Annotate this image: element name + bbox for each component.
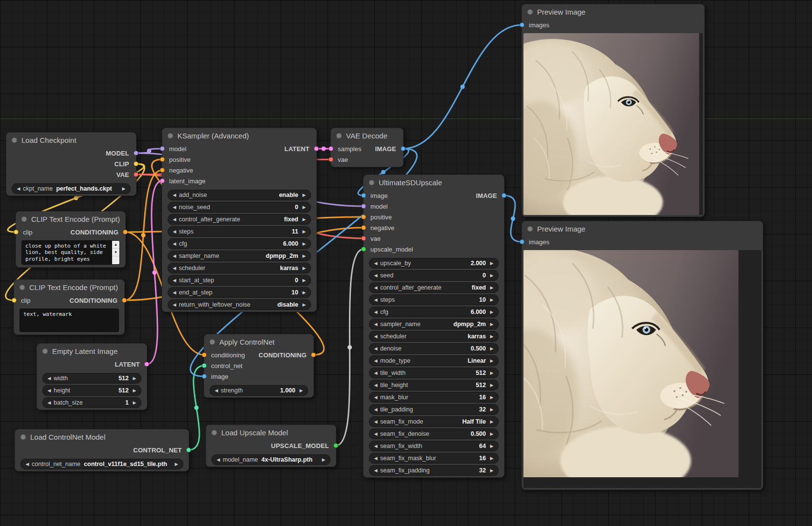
widget-end_at_step[interactable]: ◀end_at_step10▶ (168, 287, 311, 298)
input-port-negative-dot[interactable] (160, 168, 165, 173)
widget-noise_seed[interactable]: ◀noise_seed0▶ (168, 202, 311, 213)
increment-arrow-icon[interactable]: ▶ (120, 187, 127, 191)
widget-control_after_generate[interactable]: ◀control_after_generatefixed▶ (168, 214, 311, 225)
input-port-upscale_model-dot[interactable] (361, 247, 366, 252)
output-port-LATENT-dot[interactable] (144, 362, 149, 367)
decrement-arrow-icon[interactable]: ◀ (213, 389, 220, 393)
input-port-model-dot[interactable] (361, 204, 366, 209)
decrement-arrow-icon[interactable]: ◀ (15, 187, 22, 191)
increment-arrow-icon[interactable]: ▶ (298, 389, 305, 393)
increment-arrow-icon[interactable]: ▶ (301, 217, 308, 222)
widget-seam_fix_denoise[interactable]: ◀seam_fix_denoise0.500▶ (369, 429, 499, 439)
decrement-arrow-icon[interactable]: ◀ (372, 420, 379, 424)
collapse-dot-icon[interactable] (527, 226, 533, 232)
node-empty_latent[interactable]: Empty Latent ImageLATENT◀width512▶◀heigh… (37, 343, 147, 410)
decrement-arrow-icon[interactable]: ◀ (372, 432, 379, 436)
prompt-text-widget[interactable]: close up photo of a white lion, best qua… (21, 240, 120, 265)
decrement-arrow-icon[interactable]: ◀ (372, 298, 379, 302)
increment-arrow-icon[interactable]: ▶ (488, 408, 495, 412)
increment-arrow-icon[interactable]: ▶ (488, 273, 495, 278)
decrement-arrow-icon[interactable]: ◀ (171, 266, 178, 271)
input-port-vae-dot[interactable] (329, 157, 333, 162)
widget-tile_width[interactable]: ◀tile_width512▶ (369, 368, 499, 378)
decrement-arrow-icon[interactable]: ◀ (171, 217, 178, 222)
decrement-arrow-icon[interactable]: ◀ (372, 310, 379, 314)
widget-seam_fix_width[interactable]: ◀seam_fix_width64▶ (369, 441, 499, 451)
increment-arrow-icon[interactable]: ▶ (131, 376, 138, 381)
widget-scheduler[interactable]: ◀schedulerkarras▶ (369, 331, 499, 342)
widget-sampler_name[interactable]: ◀sampler_namedpmpp_2m▶ (168, 251, 311, 261)
input-port-model-dot[interactable] (160, 146, 165, 151)
widget-strength[interactable]: ◀strength1.000▶ (210, 385, 308, 396)
collapse-dot-icon[interactable] (336, 133, 342, 138)
increment-arrow-icon[interactable]: ▶ (488, 322, 495, 327)
decrement-arrow-icon[interactable]: ◀ (24, 462, 31, 467)
increment-arrow-icon[interactable]: ▶ (301, 291, 308, 295)
widget-tile_padding[interactable]: ◀tile_padding32▶ (369, 404, 499, 415)
widget-start_at_step[interactable]: ◀start_at_step0▶ (168, 275, 311, 286)
output-port-CONTROL_NET-dot[interactable] (186, 448, 191, 452)
widget-ckpt_name[interactable]: ◀ckpt_nameperfect_hands.ckpt▶ (12, 183, 131, 194)
decrement-arrow-icon[interactable]: ◀ (46, 389, 53, 393)
input-port-positive-dot[interactable] (361, 214, 366, 219)
decrement-arrow-icon[interactable]: ◀ (372, 273, 379, 278)
increment-arrow-icon[interactable]: ▶ (173, 462, 180, 467)
widget-steps[interactable]: ◀steps11▶ (168, 226, 311, 237)
decrement-arrow-icon[interactable]: ◀ (46, 401, 53, 405)
increment-arrow-icon[interactable]: ▶ (488, 261, 495, 266)
node-preview_2[interactable]: Preview Imageimages (522, 221, 763, 490)
increment-arrow-icon[interactable]: ▶ (488, 347, 495, 351)
input-port-image-dot[interactable] (202, 374, 207, 379)
widget-control_net_name[interactable]: ◀control_net_namecontrol_v11f1e_sd15_til… (20, 459, 183, 469)
input-port-clip-dot[interactable] (14, 230, 19, 234)
output-port-CONDITIONING-dot[interactable] (311, 352, 316, 357)
widget-upscale_by[interactable]: ◀upscale_by2.000▶ (369, 258, 499, 269)
increment-arrow-icon[interactable]: ▶ (488, 468, 495, 473)
widget-steps[interactable]: ◀steps10▶ (369, 294, 499, 305)
increment-arrow-icon[interactable]: ▶ (301, 205, 308, 210)
increment-arrow-icon[interactable]: ▶ (301, 303, 308, 307)
link-midpoint-dot[interactable] (153, 271, 157, 275)
output-port-IMAGE-dot[interactable] (502, 193, 506, 198)
input-port-negative-dot[interactable] (361, 225, 366, 230)
decrement-arrow-icon[interactable]: ◀ (372, 468, 379, 473)
increment-arrow-icon[interactable]: ▶ (301, 254, 308, 258)
prompt-textarea[interactable]: text, watermark (20, 309, 118, 331)
widget-return_with_leftover_noise[interactable]: ◀return_with_leftover_noisedisable▶ (168, 299, 311, 310)
decrement-arrow-icon[interactable]: ◀ (46, 376, 53, 381)
increment-arrow-icon[interactable]: ▶ (301, 193, 308, 197)
input-port-images-dot[interactable] (520, 22, 524, 27)
decrement-arrow-icon[interactable]: ◀ (171, 230, 178, 234)
collapse-dot-icon[interactable] (369, 180, 374, 185)
collapse-dot-icon[interactable] (20, 434, 26, 440)
increment-arrow-icon[interactable]: ▶ (488, 286, 495, 290)
decrement-arrow-icon[interactable]: ◀ (171, 278, 178, 283)
input-port-latent_image-dot[interactable] (160, 178, 165, 183)
node-ultimate_upscale[interactable]: UltimateSDUpscaleimageIMAGEmodelpositive… (363, 175, 504, 478)
widget-control_after_generate[interactable]: ◀control_after_generatefixed▶ (369, 282, 499, 293)
widget-height[interactable]: ◀height512▶ (42, 385, 141, 396)
collapse-dot-icon[interactable] (212, 430, 217, 435)
increment-arrow-icon[interactable]: ▶ (320, 458, 327, 462)
widget-seam_fix_padding[interactable]: ◀seam_fix_padding32▶ (369, 465, 499, 476)
link-midpoint-dot[interactable] (194, 406, 199, 410)
widget-seed[interactable]: ◀seed0▶ (369, 270, 499, 281)
link-midpoint-dot[interactable] (141, 233, 146, 237)
widget-scheduler[interactable]: ◀schedulerkarras▶ (168, 263, 311, 273)
increment-arrow-icon[interactable]: ▶ (301, 242, 308, 246)
link-midpoint-dot[interactable] (74, 196, 78, 200)
increment-arrow-icon[interactable]: ▶ (488, 395, 495, 400)
decrement-arrow-icon[interactable]: ◀ (372, 408, 379, 412)
input-port-images-dot[interactable] (520, 239, 524, 244)
widget-seam_fix_mode[interactable]: ◀seam_fix_modeHalf Tile▶ (369, 416, 499, 427)
output-port-LATENT-dot[interactable] (314, 146, 319, 151)
output-port-UPSCALE_MODEL-dot[interactable] (333, 443, 338, 448)
increment-arrow-icon[interactable]: ▶ (131, 389, 138, 393)
link-midpoint-dot[interactable] (147, 149, 152, 153)
node-preview_1[interactable]: Preview Imageimages (522, 4, 705, 217)
prompt-textarea[interactable]: close up photo of a white lion, best qua… (22, 241, 112, 264)
link-midpoint-dot[interactable] (322, 147, 326, 151)
increment-arrow-icon[interactable]: ▶ (488, 310, 495, 314)
input-port-vae-dot[interactable] (361, 236, 366, 241)
decrement-arrow-icon[interactable]: ◀ (215, 458, 222, 462)
